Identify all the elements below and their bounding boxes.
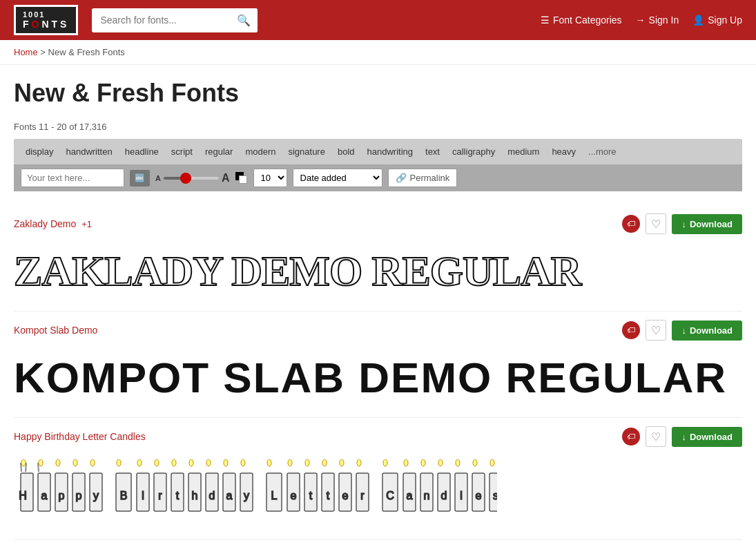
font-actions-birthday: 🏷 ♡ ↓ Download <box>622 426 742 447</box>
svg-text:y: y <box>244 490 249 501</box>
search-input[interactable] <box>92 9 230 31</box>
breadcrumb-home[interactable]: Home <box>14 47 38 57</box>
permalink-button[interactable]: 🔗 Permalink <box>388 169 458 187</box>
font-preview-kompot[interactable]: KOMPOT SLAB DEMO REGULAR <box>14 346 742 409</box>
svg-text:d: d <box>441 490 447 501</box>
download-button-birthday[interactable]: ↓ Download <box>672 427 742 447</box>
tag-calligraphy[interactable]: calligraphy <box>447 144 500 159</box>
font-size-slider[interactable] <box>164 177 219 180</box>
birthday-preview-svg: H a p p y B <box>14 459 497 522</box>
font-entry-header-kompot: Kompot Slab Demo 🏷 ♡ ↓ Download <box>14 320 742 341</box>
tag-icon-birthday[interactable]: 🏷 <box>622 428 640 446</box>
svg-text:e: e <box>476 490 482 501</box>
site-header: 1001 FONTS 🔍 ☰ Font Categories → Sign In… <box>0 0 756 40</box>
download-icon-birthday: ↓ <box>681 432 686 442</box>
svg-text:y: y <box>93 490 99 501</box>
preview-text-input[interactable] <box>21 169 124 187</box>
sign-up-link[interactable]: 👤 Sign Up <box>692 15 742 26</box>
tag-heavy[interactable]: heavy <box>547 144 581 159</box>
svg-text:e: e <box>342 490 349 501</box>
main-nav: ☰ Font Categories → Sign In 👤 Sign Up <box>541 15 742 26</box>
kompot-preview-text: KOMPOT SLAB DEMO REGULAR <box>14 353 742 402</box>
font-entry-zaklady: Zaklady Demo +1 🏷 ♡ ↓ Download ZAKLADY D… <box>14 205 742 312</box>
tag-headline[interactable]: headline <box>120 144 164 159</box>
site-logo[interactable]: 1001 FONTS <box>14 5 78 35</box>
svg-point-52 <box>322 459 327 466</box>
font-entry-kompot: Kompot Slab Demo 🏷 ♡ ↓ Download KOMPOT S… <box>14 312 742 418</box>
svg-point-49 <box>305 459 309 466</box>
tags-more[interactable]: ...more <box>583 144 621 159</box>
main-content: New & Fresh Fonts Fonts 11 - 20 of 17,31… <box>0 65 756 545</box>
sign-in-link[interactable]: → Sign In <box>636 15 679 26</box>
tag-medium[interactable]: medium <box>503 144 544 159</box>
color-swatches[interactable] <box>235 172 248 184</box>
tag-handwritten[interactable]: handwritten <box>61 144 117 159</box>
svg-text:l: l <box>460 490 463 501</box>
svg-point-19 <box>117 459 121 466</box>
search-button[interactable]: 🔍 <box>230 8 258 32</box>
font-entry-helsinky: Helsinky Free Trial 🏷 ♡ ↓ Download Helsi… <box>14 539 742 545</box>
page-title: New & Fresh Fonts <box>14 79 742 108</box>
svg-text:t: t <box>327 490 330 501</box>
font-size-select[interactable]: 10 12 14 18 24 36 48 <box>253 169 287 187</box>
breadcrumb: Home > New & Fresh Fonts <box>0 40 756 65</box>
font-name-area-kompot: Kompot Slab Demo <box>14 325 100 336</box>
tag-icon-kompot[interactable]: 🏷 <box>622 321 640 339</box>
font-entry-header-birthday: Happy Birthday Letter Candles 🏷 ♡ ↓ Down… <box>14 426 742 447</box>
svg-text:r: r <box>158 490 162 501</box>
breadcrumb-separator: > <box>40 47 46 57</box>
tag-signature[interactable]: signature <box>283 144 329 159</box>
search-bar: 🔍 <box>92 8 258 32</box>
svg-point-25 <box>155 459 159 466</box>
favorite-button-birthday[interactable]: ♡ <box>646 426 666 447</box>
svg-point-61 <box>383 459 387 466</box>
font-name-birthday[interactable]: Happy Birthday Letter Candles <box>14 431 146 442</box>
font-name-zaklady[interactable]: Zaklady Demo <box>14 218 76 229</box>
tag-modern[interactable]: modern <box>240 144 280 159</box>
font-entry-birthday: Happy Birthday Letter Candles 🏷 ♡ ↓ Down… <box>14 418 742 539</box>
svg-text:a: a <box>407 490 413 501</box>
font-count: Fonts 11 - 20 of 17,316 <box>14 122 742 132</box>
svg-text:C: C <box>386 490 394 501</box>
font-name-area-birthday: Happy Birthday Letter Candles <box>14 431 146 442</box>
tag-regular[interactable]: regular <box>200 144 238 159</box>
favorite-button-zaklady[interactable]: ♡ <box>646 213 666 234</box>
font-categories-link[interactable]: ☰ Font Categories <box>541 15 622 26</box>
sort-select[interactable]: Date added Most Popular Alphabetical <box>293 169 382 187</box>
svg-point-67 <box>421 459 425 466</box>
svg-point-16 <box>90 459 95 466</box>
link-icon: 🔗 <box>396 173 407 183</box>
svg-text:B: B <box>120 490 128 501</box>
font-preview-zaklady[interactable]: ZAKLADY DEMO REGULAR <box>14 240 742 303</box>
tag-icon-zaklady[interactable]: 🏷 <box>622 215 640 233</box>
font-preview-birthday[interactable]: H a p p y B <box>14 452 742 530</box>
tag-script[interactable]: script <box>166 144 197 159</box>
download-button-kompot[interactable]: ↓ Download <box>672 321 742 341</box>
tag-display[interactable]: display <box>21 144 58 159</box>
preview-icon-button[interactable]: 🔤 <box>130 170 150 187</box>
color-swatch-white[interactable] <box>239 175 247 184</box>
tag-handwriting[interactable]: handwriting <box>362 144 418 159</box>
svg-point-76 <box>473 459 477 466</box>
svg-text:n: n <box>424 490 430 501</box>
svg-text:a: a <box>41 490 48 501</box>
tags-bar: display handwritten headline script regu… <box>14 139 742 164</box>
svg-text:e: e <box>291 490 297 501</box>
download-button-zaklady[interactable]: ↓ Download <box>672 214 742 234</box>
favorite-button-kompot[interactable]: ♡ <box>646 320 666 341</box>
svg-text:h: h <box>192 490 198 501</box>
svg-point-28 <box>172 459 176 466</box>
font-actions-zaklady: 🏷 ♡ ↓ Download <box>622 213 742 234</box>
tag-text[interactable]: text <box>420 144 445 159</box>
svg-point-7 <box>39 459 43 466</box>
download-icon-zaklady: ↓ <box>681 219 686 229</box>
svg-point-37 <box>224 459 228 466</box>
svg-text:i: i <box>142 490 144 501</box>
controls-bar: 🔤 A A 10 12 14 18 24 36 48 Date added Mo… <box>14 164 742 191</box>
svg-point-55 <box>340 459 344 466</box>
download-icon-kompot: ↓ <box>681 325 686 336</box>
zaklady-preview-text: ZAKLADY DEMO REGULAR <box>14 247 742 296</box>
tag-bold[interactable]: bold <box>333 144 360 159</box>
font-name-kompot[interactable]: Kompot Slab Demo <box>14 325 97 336</box>
font-actions-kompot: 🏷 ♡ ↓ Download <box>622 320 742 341</box>
